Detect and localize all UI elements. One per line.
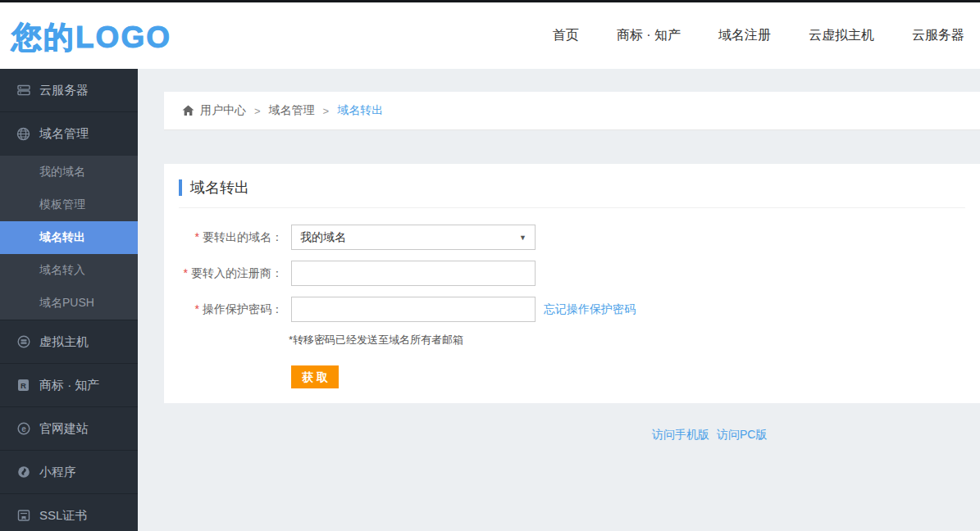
website-icon: e	[16, 422, 30, 436]
breadcrumb-user-center[interactable]: 用户中心	[200, 103, 246, 118]
pc-version-link[interactable]: 访问PC版	[717, 428, 767, 442]
registrar-label: *要转入的注册商：	[164, 261, 283, 286]
domain-select-value: 我的域名	[300, 230, 346, 245]
transfer-password-note: *转移密码已经发送至域名所有者邮箱	[289, 333, 980, 347]
sidebar-item-label: SSL证书	[39, 508, 87, 524]
svg-text:R: R	[21, 381, 26, 390]
sidebar-item-label: 虚拟主机	[39, 334, 89, 350]
sidebar-item-website-builder[interactable]: e 官网建站	[0, 407, 138, 451]
certificate-icon	[16, 509, 30, 523]
form-row-domain: *要转出的域名： 我的域名 ▼	[164, 225, 980, 250]
header: 您的LOGO 首页 商标 · 知产 域名注册 云虚拟主机 云服务器	[0, 2, 980, 69]
nav-cloud-server[interactable]: 云服务器	[912, 27, 964, 44]
breadcrumb-domain-transfer-out[interactable]: 域名转出	[337, 103, 383, 118]
sidebar-item-label: 小程序	[39, 465, 76, 480]
panel-title-row: 域名转出	[164, 164, 980, 197]
sidebar-subitem-domain-transfer-in[interactable]: 域名转入	[0, 254, 138, 287]
domain-management-submenu: 我的域名 模板管理 域名转出 域名转入 域名PUSH	[0, 156, 138, 320]
required-asterisk: *	[195, 230, 199, 243]
globe-icon	[16, 127, 30, 141]
protect-password-input[interactable]	[291, 297, 536, 322]
host-icon	[16, 335, 30, 349]
top-strip	[0, 0, 980, 2]
sidebar-subitem-template-management[interactable]: 模板管理	[0, 188, 138, 221]
breadcrumb-domain-management[interactable]: 域名管理	[269, 103, 315, 118]
sidebar-item-trademark[interactable]: R 商标 · 知产	[0, 364, 138, 407]
sidebar-subitem-my-domains[interactable]: 我的域名	[0, 156, 138, 188]
domain-select[interactable]: 我的域名 ▼	[291, 225, 536, 250]
sidebar-subitem-domain-push[interactable]: 域名PUSH	[0, 287, 138, 320]
domain-label: *要转出的域名：	[164, 225, 283, 250]
required-asterisk: *	[195, 302, 199, 315]
sidebar-item-domain-management[interactable]: 域名管理	[0, 112, 138, 156]
form-row-protect-password: *操作保护密码： 忘记操作保护密码	[164, 297, 980, 322]
svg-text:e: e	[21, 424, 26, 433]
sidebar-item-virtual-host[interactable]: 虚拟主机	[0, 320, 138, 364]
breadcrumb: 用户中心 > 域名管理 > 域名转出	[164, 92, 980, 130]
footer-links: 访问手机版 访问PC版	[652, 428, 767, 442]
miniprogram-icon	[16, 465, 30, 479]
subitem-label: 域名转出	[39, 230, 85, 245]
sidebar-item-label: 官网建站	[39, 421, 89, 437]
transfer-out-form: *要转出的域名： 我的域名 ▼ *要转入的注册商： *操作保护密码： 忘记操作保…	[164, 225, 980, 388]
sidebar: 云服务器 域名管理 我的域名 模板管理 域名转出	[0, 69, 138, 531]
page-title: 域名转出	[190, 178, 249, 197]
subitem-label: 域名PUSH	[39, 296, 94, 311]
breadcrumb-separator: >	[323, 105, 330, 117]
nav-domain-register[interactable]: 域名注册	[718, 27, 771, 44]
sidebar-item-label: 云服务器	[39, 83, 89, 98]
sidebar-item-label: 商标 · 知产	[39, 378, 99, 393]
nav-trademark[interactable]: 商标 · 知产	[617, 27, 681, 44]
get-button[interactable]: 获 取	[291, 365, 339, 388]
protect-password-label: *操作保护密码：	[164, 297, 283, 322]
page: 您的LOGO 首页 商标 · 知产 域名注册 云虚拟主机 云服务器 云服务器	[0, 0, 980, 531]
sidebar-item-mini-program[interactable]: 小程序	[0, 451, 138, 494]
sidebar-item-cloud-server[interactable]: 云服务器	[0, 69, 138, 112]
home-icon	[182, 105, 194, 116]
registrar-input[interactable]	[291, 261, 536, 286]
mobile-version-link[interactable]: 访问手机版	[652, 428, 709, 442]
top-nav: 首页 商标 · 知产 域名注册 云虚拟主机 云服务器	[553, 2, 964, 69]
site-logo[interactable]: 您的LOGO	[11, 17, 171, 58]
subitem-label: 域名转入	[39, 263, 85, 278]
forgot-protect-password-link[interactable]: 忘记操作保护密码	[544, 297, 636, 322]
title-accent-bar	[179, 179, 182, 196]
chevron-down-icon: ▼	[519, 234, 526, 242]
nav-cloud-vhost[interactable]: 云虚拟主机	[809, 27, 874, 44]
trademark-icon: R	[16, 379, 30, 393]
form-row-registrar: *要转入的注册商：	[164, 261, 980, 286]
sidebar-item-label: 域名管理	[39, 126, 89, 142]
sidebar-item-ssl-certificate[interactable]: SSL证书	[0, 494, 138, 531]
subitem-label: 模板管理	[39, 197, 85, 212]
nav-home[interactable]: 首页	[553, 27, 579, 44]
title-divider	[179, 207, 965, 208]
server-icon	[16, 84, 30, 98]
required-asterisk: *	[184, 266, 188, 279]
main-content: 用户中心 > 域名管理 > 域名转出 域名转出 *要转出的域名： 我的域名 ▼	[138, 69, 980, 531]
subitem-label: 我的域名	[39, 165, 85, 179]
domain-transfer-out-panel: 域名转出 *要转出的域名： 我的域名 ▼ *要转入的注册商： *操作保护密码：	[164, 164, 980, 403]
sidebar-subitem-domain-transfer-out[interactable]: 域名转出	[0, 221, 138, 254]
breadcrumb-separator: >	[254, 105, 261, 117]
